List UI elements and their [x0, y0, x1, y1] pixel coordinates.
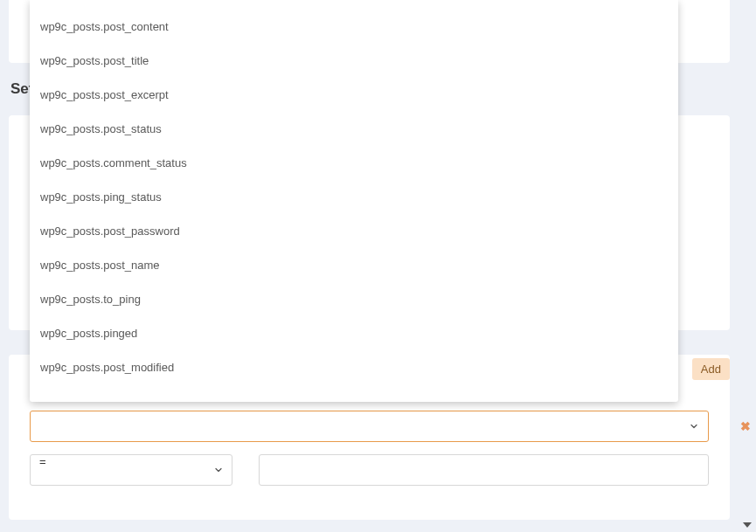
dropdown-item[interactable]: wp9c_posts.post_date_gmt: [30, 0, 678, 10]
caret-down-icon: [743, 521, 752, 529]
dropdown-item[interactable]: wp9c_posts.post_content: [30, 10, 678, 44]
operator-select-value: =: [39, 455, 46, 468]
dropdown-item[interactable]: wp9c_posts.post_excerpt: [30, 78, 678, 112]
dropdown-item[interactable]: wp9c_posts.post_name: [30, 248, 678, 282]
condition-row: =: [30, 454, 709, 486]
field-dropdown: wp9c_posts.post_date_gmtwp9c_posts.post_…: [30, 0, 678, 402]
dropdown-item[interactable]: wp9c_posts.pinged: [30, 316, 678, 350]
dropdown-item[interactable]: wp9c_posts.to_ping: [30, 282, 678, 316]
dropdown-overflow-spacer: [30, 384, 678, 402]
chevron-down-icon: [689, 421, 699, 432]
dropdown-item[interactable]: wp9c_posts.post_password: [30, 214, 678, 248]
dropdown-item[interactable]: wp9c_posts.ping_status: [30, 180, 678, 214]
operator-select[interactable]: =: [30, 454, 232, 486]
value-input[interactable]: [259, 454, 709, 486]
dropdown-item[interactable]: wp9c_posts.comment_status: [30, 146, 678, 180]
field-combobox[interactable]: [30, 411, 709, 442]
remove-condition-button[interactable]: ✖: [740, 419, 751, 433]
field-dropdown-scroll[interactable]: wp9c_posts.post_date_gmtwp9c_posts.post_…: [30, 0, 678, 402]
add-button[interactable]: Add: [692, 358, 730, 380]
dropdown-item[interactable]: wp9c_posts.post_modified: [30, 350, 678, 384]
operator-select-wrap: =: [30, 454, 232, 486]
dropdown-item[interactable]: wp9c_posts.post_status: [30, 112, 678, 146]
dropdown-item[interactable]: wp9c_posts.post_title: [30, 44, 678, 78]
